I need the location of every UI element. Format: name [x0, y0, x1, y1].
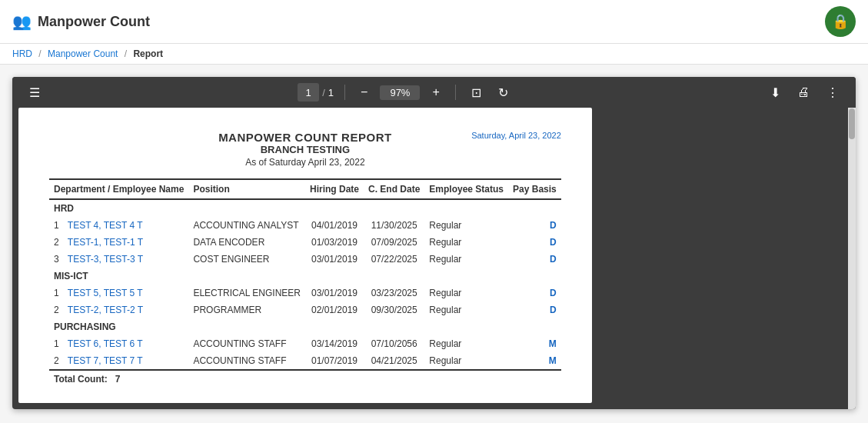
table-row: 1 TEST 5, TEST 5 T ELECTRICAL ENGINEER 0…	[49, 285, 561, 301]
emp-name: TEST 7, TEST 7 T	[68, 355, 143, 366]
table-row: 2 TEST 7, TEST 7 T ACCOUNTING STAFF 01/0…	[49, 352, 561, 370]
emp-position: ELECTRICAL ENGINEER	[188, 285, 305, 301]
emp-status: Regular	[424, 352, 508, 370]
table-row: 1 TEST 6, TEST 6 T ACCOUNTING STAFF 03/1…	[49, 335, 561, 352]
zoom-in-button[interactable]: +	[427, 84, 444, 101]
main-content: ☰ / 1 − + ⊡	[0, 65, 868, 421]
col-hiring-date: Hiring Date	[305, 179, 364, 199]
zoom-display[interactable]	[380, 85, 420, 100]
zoom-out-button[interactable]: −	[356, 84, 372, 101]
dept-name: MIS-ICT	[49, 268, 561, 285]
emp-hiring-date: 01/03/2019	[305, 234, 364, 251]
zoom-in-icon: +	[432, 85, 439, 99]
department-row: HRD	[49, 199, 561, 217]
toolbar-right: ⬇ 🖨 ⋮	[766, 84, 843, 102]
page-indicator: / 1	[298, 83, 334, 102]
emp-position: DATA ENCODER	[188, 234, 305, 251]
download-icon: ⬇	[770, 85, 780, 100]
manpower-icon: 👥	[12, 12, 32, 31]
emp-c-end-date: 03/23/2025	[364, 285, 424, 301]
emp-number: 1	[54, 220, 59, 231]
emp-number: 1	[54, 338, 59, 349]
emp-dept-name: 3 TEST-3, TEST-3 T	[49, 251, 188, 268]
emp-name: TEST 4, TEST 4 T	[68, 220, 143, 231]
emp-name: TEST 6, TEST 6 T	[68, 338, 143, 349]
emp-name: TEST-2, TEST-2 T	[68, 305, 143, 315]
table-row: 2 TEST-1, TEST-1 T DATA ENCODER 01/03/20…	[49, 234, 561, 251]
emp-c-end-date: 07/10/2056	[364, 335, 424, 352]
breadcrumb-sep-1: /	[38, 48, 44, 59]
emp-position: ACCOUNTING STAFF	[188, 335, 305, 352]
emp-number: 3	[54, 254, 59, 265]
col-dept-emp: Department / Employee Name	[49, 179, 188, 199]
pdf-wrapper: Saturday, April 23, 2022 MANPOWER COUNT …	[12, 108, 856, 409]
dept-name: PURCHASING	[49, 318, 561, 335]
divider-1	[344, 85, 345, 100]
emp-dept-name: 1 TEST 4, TEST 4 T	[49, 217, 188, 234]
emp-status: Regular	[424, 234, 508, 251]
breadcrumb-manpower[interactable]: Manpower Count	[48, 48, 118, 59]
emp-hiring-date: 04/01/2019	[305, 217, 364, 234]
more-button[interactable]: ⋮	[822, 84, 843, 102]
emp-status: Regular	[424, 251, 508, 268]
fit-button[interactable]: ⊡	[467, 84, 486, 102]
emp-position: ACCOUNTING STAFF	[188, 352, 305, 370]
print-button[interactable]: 🖨	[793, 84, 814, 101]
report-date: Saturday, April 23, 2022	[471, 131, 561, 140]
rotate-button[interactable]: ↻	[494, 84, 513, 102]
emp-pay-basis: M	[508, 335, 561, 352]
emp-status: Regular	[424, 217, 508, 234]
avatar-button[interactable]: 🔒	[825, 6, 856, 37]
table-row: 1 TEST 4, TEST 4 T ACCOUNTING ANALYST 04…	[49, 217, 561, 234]
emp-pay-basis: D	[508, 285, 561, 301]
page-separator: /	[322, 87, 325, 98]
emp-name: TEST-3, TEST-3 T	[68, 254, 143, 265]
emp-hiring-date: 02/01/2019	[305, 301, 364, 318]
report-table: Department / Employee Name Position Hiri…	[49, 178, 561, 388]
breadcrumb-sep-2: /	[125, 48, 130, 59]
col-emp-status: Employee Status	[424, 179, 508, 199]
print-icon: 🖨	[797, 85, 810, 99]
emp-c-end-date: 11/30/2025	[364, 217, 424, 234]
download-button[interactable]: ⬇	[766, 84, 785, 102]
emp-name: TEST-1, TEST-1 T	[68, 237, 143, 248]
emp-position: ACCOUNTING ANALYST	[188, 217, 305, 234]
toolbar-left: ☰	[25, 84, 45, 102]
emp-pay-basis: D	[508, 251, 561, 268]
app-title: Manpower Count	[38, 14, 150, 30]
hamburger-button[interactable]: ☰	[25, 84, 45, 102]
emp-pay-basis: D	[508, 234, 561, 251]
breadcrumb: HRD / Manpower Count / Report	[0, 44, 868, 65]
pdf-scrollbar[interactable]	[848, 108, 856, 409]
rotate-icon: ↻	[498, 85, 508, 100]
table-row: 2 TEST-2, TEST-2 T PROGRAMMER 02/01/2019…	[49, 301, 561, 318]
emp-c-end-date: 04/21/2025	[364, 352, 424, 370]
dept-name: HRD	[49, 199, 561, 217]
emp-pay-basis: M	[508, 352, 561, 370]
toolbar-center: / 1 − + ⊡ ↻	[298, 83, 513, 102]
emp-number: 1	[54, 288, 59, 298]
fit-icon: ⊡	[471, 85, 481, 100]
total-count: Total Count: 7	[49, 370, 561, 388]
pdf-scrollbar-thumb	[849, 108, 855, 139]
page-input[interactable]	[298, 83, 319, 102]
pdf-viewer: ☰ / 1 − + ⊡	[12, 77, 856, 409]
avatar-icon: 🔒	[832, 13, 849, 30]
divider-2	[455, 85, 456, 100]
emp-position: COST ENGINEER	[188, 251, 305, 268]
emp-number: 2	[54, 355, 59, 366]
hamburger-icon: ☰	[29, 85, 40, 100]
emp-dept-name: 2 TEST-1, TEST-1 T	[49, 234, 188, 251]
emp-status: Regular	[424, 335, 508, 352]
breadcrumb-current: Report	[133, 48, 163, 59]
header-left: 👥 Manpower Count	[12, 12, 150, 31]
col-pay-basis: Pay Basis	[508, 179, 561, 199]
emp-position: PROGRAMMER	[188, 301, 305, 318]
emp-number: 2	[54, 237, 59, 248]
pdf-toolbar: ☰ / 1 − + ⊡	[12, 77, 856, 108]
page-total: 1	[328, 87, 334, 98]
emp-pay-basis: D	[508, 301, 561, 318]
department-row: PURCHASING	[49, 318, 561, 335]
col-c-end-date: C. End Date	[364, 179, 424, 199]
breadcrumb-hrd[interactable]: HRD	[12, 48, 32, 59]
